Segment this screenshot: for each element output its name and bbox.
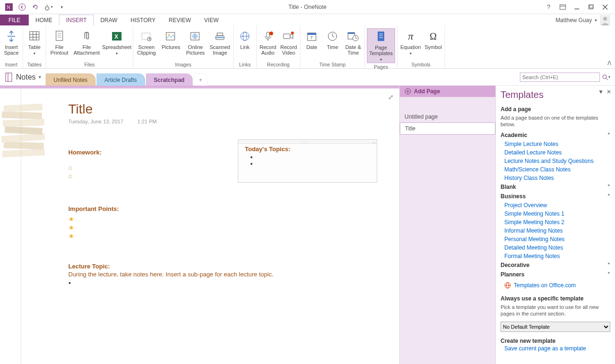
template-link[interactable]: Personal Meeting Notes <box>501 235 610 243</box>
page-title[interactable]: Title <box>68 102 93 117</box>
template-link[interactable]: Detailed Lecture Notes <box>501 148 610 157</box>
tab-history[interactable]: HISTORY <box>124 15 162 25</box>
topics-list[interactable] <box>257 154 377 167</box>
category-planners[interactable]: Planners˅ <box>501 270 610 279</box>
file-printout-button[interactable]: File Printout <box>48 28 71 56</box>
page-time[interactable]: 1:21 PM <box>138 119 157 124</box>
template-link[interactable]: Informal Meeting Notes <box>501 226 610 235</box>
pane-close-button[interactable]: ✕ <box>607 89 611 95</box>
svg-text:7: 7 <box>310 35 313 40</box>
important-heading[interactable]: Important Points: <box>68 205 119 212</box>
online-pictures-button[interactable]: Online Pictures <box>184 28 207 56</box>
category-business[interactable]: Business˄ <box>501 192 610 201</box>
important-list[interactable]: ★ ★ ★ <box>68 215 74 240</box>
templates-office-link[interactable]: Templates on Office.com <box>501 279 610 290</box>
spreadsheet-button[interactable]: X Spreadsheet▾ <box>103 28 131 57</box>
svg-point-2 <box>19 4 25 10</box>
template-link[interactable]: Formal Meeting Notes <box>501 252 610 260</box>
page-list-item-untitled[interactable]: Untitled page <box>400 111 495 122</box>
full-page-view-button[interactable] <box>557 1 569 13</box>
equation-button[interactable]: π Equation▾ <box>399 28 422 57</box>
page-canvas[interactable]: ⤢ Title Tuesday, June 13, 2017 1:21 PM H… <box>0 86 399 364</box>
save-as-template-link[interactable]: Save current page as a template <box>501 344 610 353</box>
screen-clipping-icon: + <box>139 29 154 43</box>
tab-review[interactable]: REVIEW <box>162 15 197 25</box>
svg-rect-66 <box>4 104 43 112</box>
container-drag-handle[interactable]: ∙∙∙∙∙ ↔ <box>238 140 377 144</box>
category-blank[interactable]: Blank˅ <box>501 182 610 192</box>
expand-page-button[interactable]: ⤢ <box>388 93 394 101</box>
window-title: Title - OneNote <box>289 4 327 10</box>
search-input[interactable] <box>520 73 600 82</box>
table-button[interactable]: Table▾ <box>25 28 44 57</box>
collapse-ribbon-button[interactable]: ᐱ <box>607 60 611 66</box>
homework-list[interactable]: ⌂ ⌂ <box>68 163 72 180</box>
template-link[interactable]: Simple Meeting Notes 2 <box>501 218 610 226</box>
page-templates-button[interactable]: Page Templates ▾ <box>367 28 395 63</box>
page-date[interactable]: Tuesday, June 13, 2017 <box>68 119 123 124</box>
qat-customize-button[interactable]: ▾ <box>56 1 68 13</box>
svg-rect-17 <box>56 31 63 40</box>
svg-rect-7 <box>590 4 594 8</box>
page-list: Add Page Untitled page Title <box>399 86 495 364</box>
page-list-item-title[interactable]: Title <box>400 122 495 135</box>
maximize-button[interactable] <box>585 1 597 13</box>
topics-container[interactable]: ∙∙∙∙∙ ↔ Today's Topics: <box>238 139 377 183</box>
svg-text:X: X <box>114 33 118 40</box>
topics-heading: Today's Topics: <box>238 144 377 154</box>
add-section-button[interactable]: + <box>194 73 208 86</box>
svg-point-38 <box>269 32 273 35</box>
close-button[interactable] <box>599 1 611 13</box>
tab-file[interactable]: FILE <box>0 15 29 25</box>
search-scope-button[interactable]: ▾ <box>602 73 610 81</box>
minimize-button[interactable] <box>571 1 583 13</box>
template-link[interactable]: Simple Meeting Notes 1 <box>501 210 610 218</box>
template-link[interactable]: Detailed Meeting Notes <box>501 243 610 252</box>
lecture-list[interactable] <box>75 279 77 286</box>
tab-view[interactable]: VIEW <box>198 15 226 25</box>
template-link[interactable]: Math/Science Class Notes <box>501 165 610 174</box>
datetime-button[interactable]: Date & Time <box>344 28 363 56</box>
symbol-button[interactable]: Ω Symbol <box>424 28 443 50</box>
back-button[interactable] <box>16 1 28 13</box>
template-link[interactable]: Simple Lecture Notes <box>501 140 610 148</box>
user-account[interactable]: Matthew Guay ▾ <box>556 15 615 25</box>
scanned-image-button[interactable]: Scanned Image <box>209 28 231 56</box>
insert-space-button[interactable]: Insert Space <box>2 28 21 56</box>
date-button[interactable]: 7 Date <box>302 28 321 50</box>
pane-options-button[interactable]: ▼ <box>598 89 604 95</box>
screen-clipping-button[interactable]: + Screen Clipping <box>135 28 158 56</box>
svg-rect-3 <box>560 5 566 9</box>
help-button[interactable]: ? <box>542 1 555 13</box>
file-attachment-button[interactable]: File Attachment <box>73 28 101 56</box>
link-button[interactable]: Link <box>235 28 254 50</box>
add-page-button[interactable]: Add Page <box>400 86 495 97</box>
tab-insert[interactable]: INSERT <box>59 15 94 25</box>
svg-rect-32 <box>217 33 223 36</box>
ribbon: Insert Space Insert Table▾ Tables File P… <box>0 25 615 69</box>
homework-heading[interactable]: Homework: <box>68 149 102 156</box>
time-button[interactable]: Time <box>323 28 342 50</box>
template-link[interactable]: Project Overview <box>501 201 610 210</box>
add-page-heading: Add a page <box>501 106 610 113</box>
section-tab-drafts[interactable]: Article Drafts <box>97 73 145 86</box>
section-tab-scratchpad[interactable]: Scratchpad <box>146 73 193 86</box>
svg-rect-6 <box>589 5 593 9</box>
record-video-button[interactable]: Record Video <box>279 28 298 56</box>
lecture-topic-heading[interactable]: Lecture Topic: <box>68 263 110 270</box>
record-audio-button[interactable]: Record Audio <box>259 28 277 56</box>
undo-button[interactable] <box>29 1 41 13</box>
tab-home[interactable]: HOME <box>29 15 59 25</box>
default-template-select[interactable]: No Default Template <box>501 322 610 332</box>
touch-mode-button[interactable]: ▾ <box>42 1 55 13</box>
tab-draw[interactable]: DRAW <box>94 15 124 25</box>
lecture-topic-text[interactable]: During the lecture, take notes here. Ins… <box>68 271 274 278</box>
template-link[interactable]: Lecture Notes and Study Questions <box>501 157 610 165</box>
svg-point-58 <box>603 75 607 79</box>
section-tab-unfiled[interactable]: Unfiled Notes <box>46 73 96 86</box>
template-link[interactable]: History Class Notes <box>501 174 610 182</box>
category-academic[interactable]: Academic˄ <box>501 130 610 140</box>
pictures-button[interactable]: Pictures <box>160 28 182 50</box>
category-decorative[interactable]: Decorative˅ <box>501 260 610 270</box>
notebook-dropdown[interactable]: Notes ▾ <box>0 73 46 82</box>
